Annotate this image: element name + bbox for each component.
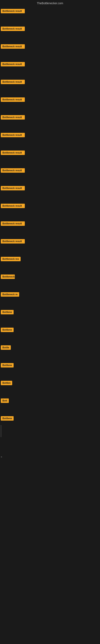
bottleneck-item-6[interactable]: Bottleneck result	[0, 114, 100, 121]
bottleneck-badge-14[interactable]: Bottleneck res	[1, 257, 21, 261]
item-spacer-15	[0, 280, 100, 290]
bottleneck-item-23[interactable]: Bottlene	[0, 415, 100, 422]
bottleneck-item-9[interactable]: Bottleneck result	[0, 167, 100, 174]
bottleneck-list: Bottleneck resultBottleneck resultBottle…	[0, 6, 100, 423]
item-spacer-0	[0, 15, 100, 25]
bottleneck-badge-16[interactable]: Bottleneck re	[1, 292, 19, 297]
bottleneck-badge-15[interactable]: Bottleneck	[1, 274, 15, 279]
spacer-3	[0, 474, 100, 491]
bottleneck-badge-9[interactable]: Bottleneck result	[1, 168, 25, 173]
bottleneck-badge-23[interactable]: Bottlene	[1, 416, 14, 420]
bottleneck-item-20[interactable]: Bottlene	[0, 362, 100, 369]
item-spacer-18	[0, 334, 100, 344]
bottleneck-item-18[interactable]: Bottlene	[0, 326, 100, 333]
bottleneck-item-2[interactable]: Bottleneck result	[0, 43, 100, 50]
item-spacer-12	[0, 228, 100, 238]
item-spacer-5	[0, 104, 100, 114]
bottleneck-item-17[interactable]: Bottlene	[0, 309, 100, 316]
site-header: TheBottlenecker.com	[0, 0, 100, 6]
bottom-spacer	[0, 507, 100, 531]
bottleneck-badge-22[interactable]: Bott	[1, 398, 9, 403]
bottleneck-badge-4[interactable]: Bottleneck result	[1, 80, 25, 84]
item-spacer-16	[0, 298, 100, 308]
bottleneck-item-8[interactable]: Bottleneck result	[0, 149, 100, 156]
item-spacer-3	[0, 68, 100, 78]
item-spacer-19	[0, 352, 100, 362]
item-spacer-8	[0, 156, 100, 167]
bottleneck-badge-11[interactable]: Bottleneck result	[1, 204, 25, 208]
bottleneck-item-1[interactable]: Bottleneck result	[0, 25, 100, 32]
spacer-2	[0, 458, 100, 474]
bottleneck-item-16[interactable]: Bottleneck re	[0, 291, 100, 298]
bottleneck-item-3[interactable]: Bottleneck result	[0, 61, 100, 68]
bottleneck-item-22[interactable]: Bott	[0, 397, 100, 404]
bottleneck-badge-8[interactable]: Bottleneck result	[1, 150, 25, 155]
item-spacer-21	[0, 387, 100, 397]
vertical-divider	[1, 425, 1, 437]
bottleneck-item-0[interactable]: Bottleneck result	[0, 8, 100, 14]
bottleneck-badge-7[interactable]: Bottleneck result	[1, 133, 25, 137]
item-spacer-7	[0, 139, 100, 149]
bottleneck-badge-19[interactable]: Bottle	[1, 345, 11, 350]
bottleneck-badge-20[interactable]: Bottlene	[1, 363, 14, 368]
bottleneck-item-19[interactable]: Bottle	[0, 344, 100, 351]
bottleneck-badge-3[interactable]: Bottleneck result	[1, 62, 25, 66]
bottleneck-item-12[interactable]: Bottleneck result	[0, 220, 100, 227]
item-spacer-2	[0, 50, 100, 60]
item-spacer-17	[0, 316, 100, 326]
bottleneck-item-10[interactable]: Bottleneck result	[0, 185, 100, 192]
item-spacer-20	[0, 369, 100, 379]
bottleneck-item-14[interactable]: Bottleneck res	[0, 256, 100, 262]
bottleneck-badge-0[interactable]: Bottleneck result	[1, 9, 25, 13]
bottleneck-badge-18[interactable]: Bottlene	[1, 328, 14, 332]
bottleneck-item-4[interactable]: Bottleneck result	[0, 78, 100, 85]
site-title: TheBottlenecker.com	[0, 0, 100, 6]
bottleneck-badge-17[interactable]: Bottlene	[1, 310, 14, 314]
item-spacer-4	[0, 86, 100, 96]
small-char-indicator: ≡	[0, 455, 100, 458]
bottleneck-badge-2[interactable]: Bottleneck result	[1, 44, 25, 49]
spacer-4	[0, 491, 100, 507]
bottleneck-badge-12[interactable]: Bottleneck result	[1, 222, 25, 226]
bottleneck-badge-21[interactable]: Bottlen	[1, 381, 12, 385]
bottleneck-item-7[interactable]: Bottleneck result	[0, 132, 100, 138]
item-spacer-10	[0, 192, 100, 202]
bottleneck-item-5[interactable]: Bottleneck result	[0, 96, 100, 103]
item-spacer-9	[0, 174, 100, 184]
bottleneck-badge-6[interactable]: Bottleneck result	[1, 115, 25, 120]
spacer-1	[0, 439, 100, 455]
item-spacer-22	[0, 404, 100, 414]
bottleneck-badge-10[interactable]: Bottleneck result	[1, 186, 25, 190]
item-spacer-11	[0, 210, 100, 220]
bottleneck-item-11[interactable]: Bottleneck result	[0, 202, 100, 209]
item-spacer-6	[0, 121, 100, 131]
item-spacer-14	[0, 263, 100, 273]
bottleneck-badge-5[interactable]: Bottleneck result	[1, 98, 25, 102]
bottleneck-badge-13[interactable]: Bottleneck result	[1, 239, 25, 244]
bottleneck-item-21[interactable]: Bottlen	[0, 380, 100, 386]
bottleneck-badge-1[interactable]: Bottleneck result	[1, 26, 25, 31]
item-spacer-1	[0, 32, 100, 43]
bottleneck-item-13[interactable]: Bottleneck result	[0, 238, 100, 245]
bottleneck-item-15[interactable]: Bottleneck	[0, 273, 100, 280]
item-spacer-13	[0, 245, 100, 255]
